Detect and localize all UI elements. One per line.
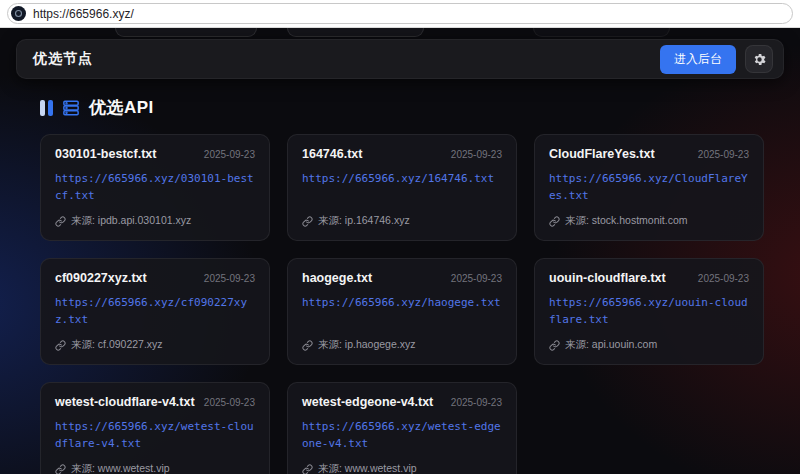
cutoff-card-remnant xyxy=(287,28,424,37)
api-card: haogege.txt 2025-09-23 https://665966.xy… xyxy=(287,258,517,365)
api-card: wetest-edgeone-v4.txt 2025-09-23 https:/… xyxy=(287,382,517,474)
settings-button[interactable] xyxy=(745,45,773,73)
card-date: 2025-09-23 xyxy=(698,273,749,284)
api-card: cf090227xyz.txt 2025-09-23 https://66596… xyxy=(40,258,270,365)
page-background: 优选节点 进入后台 优选API 030101-bestcf.txt 2025-0… xyxy=(0,28,800,474)
card-header: haogege.txt 2025-09-23 xyxy=(302,271,502,285)
card-source-text: 来源: cf.090227.xyz xyxy=(71,338,163,352)
card-file-link[interactable]: https://665966.xyz/cf090227xyz.txt xyxy=(55,294,255,328)
card-source-text: 来源: stock.hostmonit.com xyxy=(565,214,688,228)
api-card: 164746.txt 2025-09-23 https://665966.xyz… xyxy=(287,134,517,241)
site-info-icon[interactable] xyxy=(11,6,26,21)
url-bar[interactable]: https://665966.xyz/ xyxy=(7,3,793,24)
link-icon xyxy=(549,216,560,227)
api-card: CloudFlareYes.txt 2025-09-23 https://665… xyxy=(534,134,764,241)
link-icon xyxy=(55,464,66,474)
card-file-link[interactable]: https://665966.xyz/wetest-cloudflare-v4.… xyxy=(55,418,255,452)
link-icon xyxy=(549,340,560,351)
link-icon xyxy=(55,340,66,351)
server-stack-icon xyxy=(62,99,80,117)
card-source: 来源: ip.haogege.xyz xyxy=(302,328,502,352)
card-source: 来源: cf.090227.xyz xyxy=(55,328,255,352)
card-header: uouin-cloudflare.txt 2025-09-23 xyxy=(549,271,749,285)
card-date: 2025-09-23 xyxy=(451,149,502,160)
link-icon xyxy=(302,464,313,474)
card-date: 2025-09-23 xyxy=(698,149,749,160)
card-source-text: 来源: www.wetest.vip xyxy=(71,462,170,474)
header-bar: 优选节点 进入后台 xyxy=(16,39,784,79)
card-date: 2025-09-23 xyxy=(204,273,255,284)
card-file-link[interactable]: https://665966.xyz/030101-bestcf.txt xyxy=(55,170,255,204)
card-source: 来源: stock.hostmonit.com xyxy=(549,204,749,228)
card-title: uouin-cloudflare.txt xyxy=(549,271,666,285)
section-accent-bars-icon xyxy=(40,100,53,116)
card-source: 来源: ipdb.api.030101.xyz xyxy=(55,204,255,228)
card-header: 164746.txt 2025-09-23 xyxy=(302,147,502,161)
card-header: 030101-bestcf.txt 2025-09-23 xyxy=(55,147,255,161)
card-date: 2025-09-23 xyxy=(451,273,502,284)
cutoff-card-remnant xyxy=(115,28,257,37)
admin-panel-button[interactable]: 进入后台 xyxy=(660,45,736,74)
card-source: 来源: api.uouin.com xyxy=(549,328,749,352)
card-source: 来源: www.wetest.vip xyxy=(55,452,255,474)
card-source-text: 来源: api.uouin.com xyxy=(565,338,657,352)
card-title: wetest-edgeone-v4.txt xyxy=(302,395,433,409)
header-actions: 进入后台 xyxy=(660,45,773,74)
card-title: haogege.txt xyxy=(302,271,372,285)
card-file-link[interactable]: https://665966.xyz/164746.txt xyxy=(302,170,502,187)
card-file-link[interactable]: https://665966.xyz/CloudFlareYes.txt xyxy=(549,170,749,204)
card-file-link[interactable]: https://665966.xyz/haogege.txt xyxy=(302,294,502,311)
card-header: CloudFlareYes.txt 2025-09-23 xyxy=(549,147,749,161)
card-source: 来源: ip.164746.xyz xyxy=(302,204,502,228)
card-date: 2025-09-23 xyxy=(204,149,255,160)
card-header: wetest-cloudflare-v4.txt 2025-09-23 xyxy=(55,395,255,409)
card-file-link[interactable]: https://665966.xyz/uouin-cloudflare.txt xyxy=(549,294,749,328)
card-title: wetest-cloudflare-v4.txt xyxy=(55,395,195,409)
card-source-text: 来源: ipdb.api.030101.xyz xyxy=(71,214,191,228)
card-title: 164746.txt xyxy=(302,147,362,161)
cutoff-card-remnant xyxy=(533,28,670,37)
card-header: wetest-edgeone-v4.txt 2025-09-23 xyxy=(302,395,502,409)
api-card: uouin-cloudflare.txt 2025-09-23 https://… xyxy=(534,258,764,365)
site-title: 优选节点 xyxy=(33,50,93,68)
card-title: 030101-bestcf.txt xyxy=(55,147,156,161)
browser-address-bar: https://665966.xyz/ xyxy=(0,0,800,28)
section-header: 优选API xyxy=(40,96,760,119)
card-title: cf090227xyz.txt xyxy=(55,271,147,285)
link-icon xyxy=(302,340,313,351)
link-icon xyxy=(55,216,66,227)
card-header: cf090227xyz.txt 2025-09-23 xyxy=(55,271,255,285)
card-source-text: 来源: ip.haogege.xyz xyxy=(318,338,415,352)
api-card: wetest-cloudflare-v4.txt 2025-09-23 http… xyxy=(40,382,270,474)
card-source-text: 来源: ip.164746.xyz xyxy=(318,214,410,228)
card-source: 来源: www.wetest.vip xyxy=(302,452,502,474)
api-cards-grid: 030101-bestcf.txt 2025-09-23 https://665… xyxy=(40,134,764,474)
card-date: 2025-09-23 xyxy=(204,397,255,408)
card-date: 2025-09-23 xyxy=(451,397,502,408)
link-icon xyxy=(302,216,313,227)
section-title: 优选API xyxy=(89,96,154,119)
gear-icon xyxy=(752,52,767,67)
url-text: https://665966.xyz/ xyxy=(33,7,134,21)
api-card: 030101-bestcf.txt 2025-09-23 https://665… xyxy=(40,134,270,241)
screen: https://665966.xyz/ 优选节点 进入后台 优选API xyxy=(0,0,800,474)
card-file-link[interactable]: https://665966.xyz/wetest-edgeone-v4.txt xyxy=(302,418,502,452)
card-source-text: 来源: www.wetest.vip xyxy=(318,462,417,474)
card-title: CloudFlareYes.txt xyxy=(549,147,655,161)
